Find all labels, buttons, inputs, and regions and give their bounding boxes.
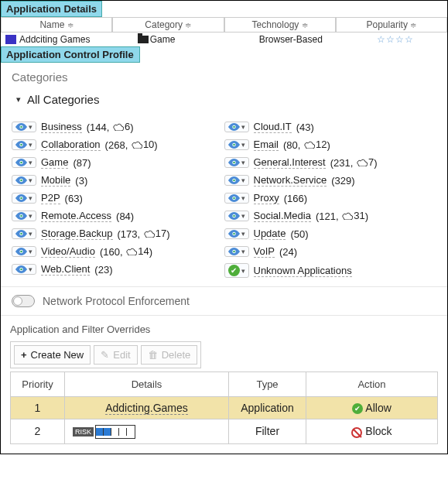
category-name[interactable]: Update — [254, 228, 286, 240]
svg-point-3 — [20, 144, 22, 146]
override-action: ✔ Allow — [306, 397, 438, 419]
col-header-popularity[interactable]: Popularity ≑ — [336, 17, 447, 33]
category-item: ▾ Email (80, 12) — [224, 139, 437, 151]
pencil-icon — [101, 349, 109, 361]
category-name[interactable]: Collaboration — [41, 139, 101, 151]
col-header-category[interactable]: Category ≑ — [112, 17, 224, 33]
category-item: ▾ Mobile (3) — [12, 174, 224, 187]
cloud-icon — [341, 211, 353, 220]
edit-button[interactable]: Edit — [94, 345, 137, 365]
override-row[interactable]: 1Addicting.GamesApplication✔ Allow — [11, 397, 438, 419]
category-name[interactable]: Unknown Applications — [254, 265, 352, 277]
ov-col-details[interactable]: Details — [65, 372, 229, 397]
monitor-dropdown[interactable]: ▾ — [224, 139, 249, 150]
category-item: ▾ Game (87) — [12, 156, 224, 169]
col-header-name[interactable]: Name ≑ — [1, 17, 112, 33]
override-row[interactable]: 2RISKFilter Block — [11, 419, 438, 443]
create-new-button[interactable]: +Create New — [14, 345, 91, 365]
trash-icon — [148, 349, 158, 361]
category-name[interactable]: Mobile — [41, 174, 70, 187]
ov-col-type[interactable]: Type — [229, 372, 306, 397]
overrides-title: Application and Filter Overrides — [10, 324, 438, 335]
all-categories-toggle[interactable]: ▾ All Categories — [12, 93, 436, 106]
category-name[interactable]: Video/Audio — [41, 245, 95, 258]
eye-icon — [15, 248, 27, 255]
category-item: ▾ Update (50) — [224, 228, 437, 240]
eye-icon — [15, 230, 27, 238]
category-item: ✔▾ Unknown Applications — [224, 263, 437, 278]
allow-icon: ✔ — [352, 403, 363, 414]
category-count: 3 — [79, 175, 84, 187]
category-count: 144 — [90, 122, 107, 133]
col-header-technology[interactable]: Technology ≑ — [224, 17, 336, 33]
category-name[interactable]: Network.Service — [254, 174, 327, 187]
monitor-dropdown[interactable]: ▾ — [12, 193, 36, 204]
category-item: ▾ General.Interest (231, 7) — [224, 156, 437, 169]
check-circle-icon: ✔ — [228, 265, 240, 276]
category-count: 43 — [299, 122, 310, 133]
chevron-down-icon: ▾ — [241, 212, 245, 220]
monitor-dropdown[interactable]: ▾ — [224, 211, 249, 221]
chevron-down-icon: ▾ — [29, 248, 32, 255]
category-name[interactable]: Remote.Access — [41, 210, 111, 222]
category-item: ▾ Web.Client (23) — [12, 263, 224, 276]
category-name[interactable]: Social.Media — [254, 210, 311, 222]
monitor-dropdown[interactable]: ▾ — [12, 175, 36, 186]
override-priority: 2 — [11, 419, 65, 443]
delete-button[interactable]: Delete — [141, 345, 198, 365]
eye-icon — [228, 230, 240, 238]
category-name[interactable]: Proxy — [254, 192, 279, 204]
monitor-dropdown[interactable]: ▾ — [224, 157, 249, 168]
monitor-dropdown[interactable]: ▾ — [12, 157, 36, 168]
category-count: 50 — [294, 228, 305, 240]
category-name[interactable]: General.Interest — [254, 156, 326, 169]
category-item: ▾ Collaboration (268, 10) — [12, 139, 224, 151]
monitor-dropdown[interactable]: ▾ — [224, 193, 249, 204]
category-name[interactable]: P2P — [41, 192, 60, 204]
eye-icon — [15, 194, 27, 202]
monitor-dropdown[interactable]: ▾ — [224, 122, 249, 132]
risk-level-icon — [95, 425, 135, 439]
override-detail-link[interactable]: Addicting.Games — [105, 402, 188, 415]
cloud-count: 14 — [125, 245, 149, 257]
category-item: ▾ Remote.Access (84) — [12, 210, 224, 222]
chevron-down-icon: ▾ — [29, 194, 32, 202]
override-priority: 1 — [11, 397, 65, 419]
block-icon — [351, 427, 362, 438]
chevron-down-icon: ▾ — [29, 265, 32, 273]
category-name[interactable]: Cloud.IT — [254, 121, 292, 133]
ov-col-action[interactable]: Action — [306, 372, 438, 397]
category-name[interactable]: Storage.Backup — [41, 228, 113, 240]
category-name[interactable]: Business — [41, 121, 82, 133]
app-row-popularity: ☆☆☆☆ — [343, 33, 447, 46]
chevron-down-icon: ▾ — [241, 248, 245, 255]
chevron-down-icon: ▾ — [29, 230, 32, 238]
category-name[interactable]: VoIP — [254, 245, 275, 258]
npe-toggle[interactable] — [12, 295, 35, 307]
monitor-dropdown[interactable]: ▾ — [12, 122, 36, 132]
category-name[interactable]: Game — [41, 156, 68, 169]
svg-point-29 — [233, 215, 234, 217]
monitor-dropdown[interactable]: ✔▾ — [224, 263, 249, 278]
monitor-dropdown[interactable]: ▾ — [224, 246, 249, 257]
app-row-name[interactable]: Addciting Games — [1, 33, 107, 46]
svg-point-9 — [20, 197, 22, 199]
eye-icon — [15, 265, 27, 273]
section-title-profile: Application Control Profile — [1, 46, 140, 63]
svg-point-17 — [20, 269, 22, 270]
category-name[interactable]: Web.Client — [41, 263, 90, 276]
eye-icon — [228, 248, 240, 255]
monitor-dropdown[interactable]: ▾ — [12, 139, 36, 150]
ov-col-priority[interactable]: Priority — [11, 372, 65, 397]
monitor-dropdown[interactable]: ▾ — [224, 175, 249, 186]
category-name[interactable]: Email — [254, 139, 279, 151]
eye-icon — [15, 141, 27, 149]
monitor-dropdown[interactable]: ▾ — [12, 264, 36, 275]
monitor-dropdown[interactable]: ▾ — [224, 228, 249, 239]
monitor-dropdown[interactable]: ▾ — [12, 211, 36, 221]
category-item: ▾ Social.Media (121, 31) — [224, 210, 437, 222]
monitor-dropdown[interactable]: ▾ — [12, 246, 36, 257]
cloud-count: 10 — [131, 139, 154, 150]
monitor-dropdown[interactable]: ▾ — [12, 228, 36, 239]
category-count: 87 — [77, 157, 87, 169]
